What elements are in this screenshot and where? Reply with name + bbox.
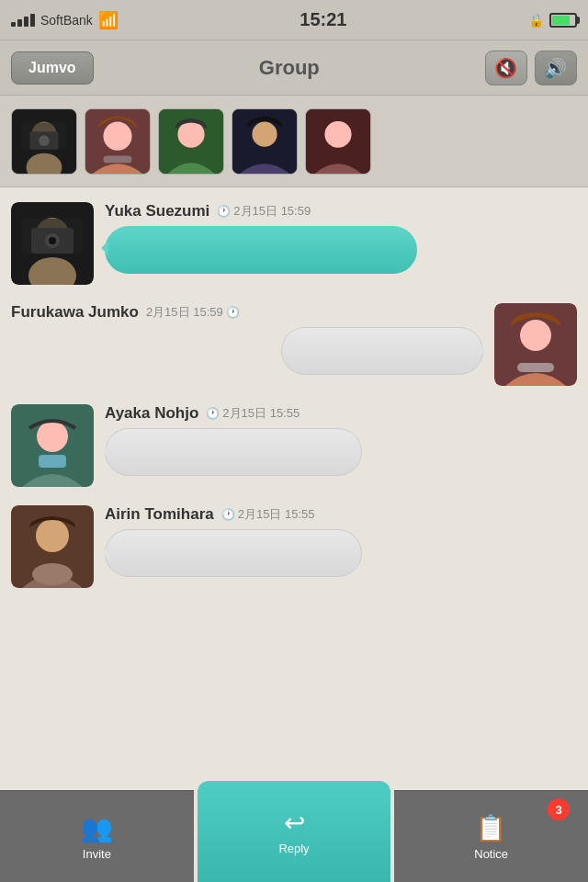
- status-bar: SoftBank 📶 15:21 🔒: [0, 0, 588, 40]
- clock-icon-1: 🕐: [217, 205, 231, 218]
- page-title: Group: [259, 56, 320, 80]
- bubble-4: [105, 529, 362, 577]
- bubble-2: [281, 327, 483, 375]
- carrier-label: SoftBank: [40, 13, 93, 28]
- svg-point-7: [103, 121, 131, 150]
- speaker-icon: 🔊: [544, 57, 567, 79]
- message-row-1: Yuka Suezumi 🕐 2月15日 15:59: [11, 202, 577, 285]
- tab-notice[interactable]: 3 📋 Notice: [394, 790, 588, 882]
- msg-avatar-airin[interactable]: [11, 505, 94, 588]
- clock-icon-4: 🕐: [221, 508, 235, 521]
- bubble-3: [105, 428, 362, 476]
- svg-point-26: [37, 421, 68, 452]
- lock-icon: 🔒: [528, 13, 544, 28]
- msg-header-1: Yuka Suezumi 🕐 2月15日 15:59: [105, 202, 577, 220]
- member-avatar-1[interactable]: [11, 108, 77, 175]
- member-avatar-3[interactable]: [158, 108, 224, 175]
- svg-point-5: [39, 135, 50, 146]
- invite-label: Invite: [83, 847, 111, 861]
- svg-point-12: [252, 121, 277, 146]
- msg-time-1: 🕐 2月15日 15:59: [217, 203, 311, 220]
- nav-bar: Jumvo Group 🔇 🔊: [0, 40, 588, 96]
- member-avatar-2[interactable]: [85, 108, 151, 175]
- member-avatar-5[interactable]: [305, 108, 371, 175]
- mute-button[interactable]: 🔇: [485, 51, 527, 85]
- msg-sender-1: Yuka Suezumi: [105, 202, 209, 220]
- msg-header-2: 2月15日 15:59 🕐 Furukawa Jumko: [11, 303, 483, 322]
- message-row-2: 2月15日 15:59 🕐 Furukawa Jumko: [11, 303, 577, 386]
- svg-rect-8: [103, 155, 131, 163]
- svg-rect-27: [39, 455, 66, 468]
- msg-content-2: 2月15日 15:59 🕐 Furukawa Jumko: [11, 303, 483, 379]
- wifi-icon: 📶: [98, 10, 119, 30]
- notice-icon: 📋: [475, 813, 507, 843]
- mute-icon: 🔇: [494, 57, 517, 79]
- bubble-1: [105, 226, 417, 274]
- msg-header-4: Airin Tomihara 🕐 2月15日 15:55: [105, 505, 577, 524]
- msg-avatar-jumko[interactable]: [494, 303, 577, 386]
- status-right: 🔒: [528, 13, 577, 28]
- member-avatar-4[interactable]: [232, 108, 298, 175]
- svg-point-30: [32, 563, 73, 585]
- msg-avatar-yuka[interactable]: [11, 202, 94, 285]
- msg-time-2: 2月15日 15:59 🕐: [146, 304, 240, 321]
- svg-point-29: [36, 519, 69, 552]
- signal-icon: [11, 14, 35, 27]
- msg-sender-3: Ayaka Nohjo: [105, 404, 198, 423]
- msg-avatar-ayaka[interactable]: [11, 404, 94, 487]
- svg-point-23: [520, 320, 551, 351]
- battery-icon: [549, 13, 577, 28]
- msg-content-4: Airin Tomihara 🕐 2月15日 15:55: [105, 505, 577, 581]
- msg-sender-4: Airin Tomihara: [105, 505, 214, 524]
- nav-buttons: 🔇 🔊: [485, 51, 577, 85]
- reply-label: Reply: [278, 842, 309, 855]
- svg-point-14: [324, 120, 351, 147]
- msg-content-3: Ayaka Nohjo 🕐 2月15日 15:55: [105, 404, 577, 480]
- status-left: SoftBank 📶: [11, 10, 119, 30]
- speaker-button[interactable]: 🔊: [535, 51, 577, 85]
- reply-icon: ↩: [284, 808, 305, 838]
- msg-content-1: Yuka Suezumi 🕐 2月15日 15:59: [105, 202, 577, 277]
- clock-icon-3: 🕐: [206, 407, 220, 420]
- tab-invite[interactable]: 👥 Invite: [0, 790, 194, 882]
- msg-header-3: Ayaka Nohjo 🕐 2月15日 15:55: [105, 404, 577, 423]
- clock-icon-2: 🕐: [226, 306, 240, 319]
- msg-time-4: 🕐 2月15日 15:55: [221, 506, 315, 523]
- msg-sender-2: Furukawa Jumko: [11, 303, 139, 322]
- notice-badge: 3: [548, 798, 570, 820]
- invite-icon: 👥: [81, 813, 113, 843]
- svg-point-21: [49, 237, 56, 244]
- status-time: 15:21: [300, 9, 346, 30]
- tab-bar: 👥 Invite ↩ Reply 3 📋 Notice: [0, 790, 588, 882]
- message-row-3: Ayaka Nohjo 🕐 2月15日 15:55: [11, 404, 577, 487]
- members-strip: [0, 96, 588, 187]
- svg-rect-24: [517, 363, 554, 372]
- notice-label: Notice: [474, 847, 508, 861]
- back-button[interactable]: Jumvo: [11, 51, 94, 85]
- msg-time-3: 🕐 2月15日 15:55: [206, 405, 300, 422]
- chat-area: Yuka Suezumi 🕐 2月15日 15:59 2月15日: [0, 187, 588, 739]
- tab-reply[interactable]: ↩ Reply: [198, 781, 391, 882]
- message-row-4: Airin Tomihara 🕐 2月15日 15:55: [11, 505, 577, 588]
- svg-point-10: [177, 120, 204, 147]
